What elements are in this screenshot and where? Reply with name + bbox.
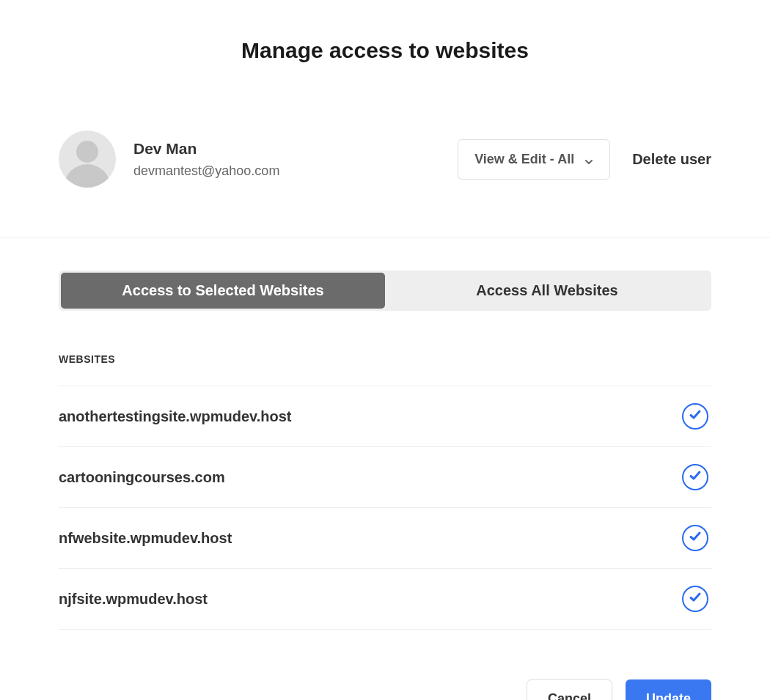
table-row: nfwebsite.wpmudev.host <box>59 507 711 568</box>
footer-actions: Cancel Update <box>0 630 770 700</box>
user-name: Dev Man <box>133 140 458 158</box>
table-row: anothertestingsite.wpmudev.host <box>59 386 711 446</box>
check-icon <box>689 530 702 546</box>
tab-all-websites[interactable]: Access All Websites <box>385 273 709 309</box>
cancel-button[interactable]: Cancel <box>527 679 612 700</box>
check-toggle[interactable] <box>682 403 708 430</box>
website-label: nfwebsite.wpmudev.host <box>59 530 232 547</box>
chevron-down-icon <box>584 155 593 163</box>
table-row: njfsite.wpmudev.host <box>59 568 711 630</box>
avatar <box>59 130 116 188</box>
role-dropdown[interactable]: View & Edit - All <box>458 139 610 180</box>
website-list: anothertestingsite.wpmudev.host cartooni… <box>59 386 711 630</box>
page-title: Manage access to websites <box>0 0 770 63</box>
role-dropdown-label: View & Edit - All <box>474 152 574 167</box>
check-icon <box>689 591 702 607</box>
tab-selected-websites[interactable]: Access to Selected Websites <box>61 273 385 309</box>
check-icon <box>689 469 702 485</box>
check-icon <box>689 408 702 424</box>
delete-user-link[interactable]: Delete user <box>632 151 711 168</box>
user-bar: Dev Man devmantest@yahoo.com View & Edit… <box>0 130 770 188</box>
check-toggle[interactable] <box>682 586 708 612</box>
access-tabs: Access to Selected Websites Access All W… <box>59 270 711 311</box>
user-info: Dev Man devmantest@yahoo.com <box>133 140 458 179</box>
user-email: devmantest@yahoo.com <box>133 163 458 179</box>
table-row: cartooningcourses.com <box>59 446 711 507</box>
website-label: anothertestingsite.wpmudev.host <box>59 408 291 425</box>
website-label: njfsite.wpmudev.host <box>59 591 208 608</box>
table-header: WEBSITES <box>59 353 711 386</box>
check-toggle[interactable] <box>682 525 708 551</box>
website-label: cartooningcourses.com <box>59 469 225 486</box>
update-button[interactable]: Update <box>626 679 711 700</box>
check-toggle[interactable] <box>682 464 708 490</box>
